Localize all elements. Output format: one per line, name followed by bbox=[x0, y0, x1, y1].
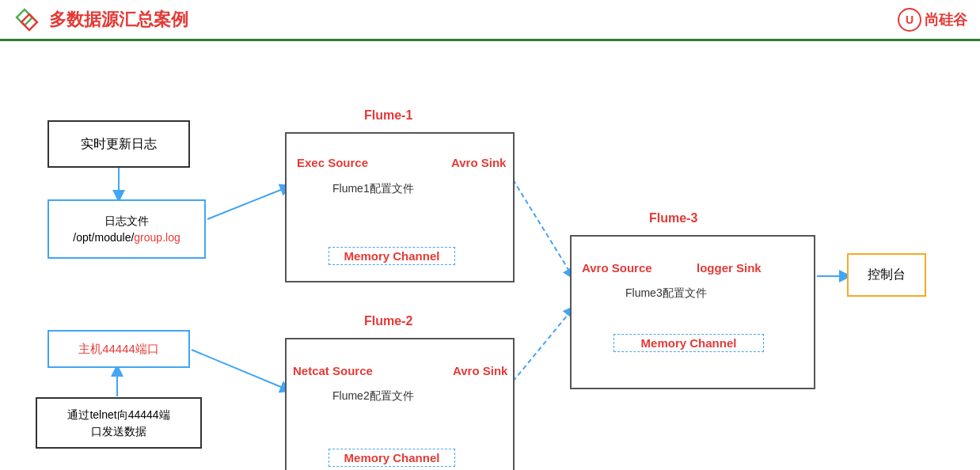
zhujiduan-label: 主机44444端口 bbox=[78, 342, 159, 357]
svg-line-5 bbox=[192, 350, 287, 389]
brand-name: 尚硅谷 bbox=[925, 10, 967, 29]
flume3-label: Flume-3 bbox=[649, 211, 697, 226]
flume2-sink: Avro Sink bbox=[453, 364, 507, 377]
flume1-sink: Avro Sink bbox=[451, 156, 506, 169]
rizhi-filename: group.log bbox=[134, 231, 180, 244]
node-rizhi: 日志文件 /opt/module/group.log bbox=[47, 199, 206, 259]
flume2-source: Netcat Source bbox=[293, 364, 373, 377]
diagram-area: 实时更新日志 日志文件 /opt/module/group.log 主机4444… bbox=[0, 41, 980, 470]
rizhi-line1: 日志文件 bbox=[104, 213, 149, 229]
brand-circle-icon: U bbox=[898, 8, 921, 32]
flume1-source: Exec Source bbox=[297, 156, 368, 169]
svg-line-7 bbox=[513, 310, 572, 381]
page-title: 多数据源汇总案例 bbox=[49, 8, 188, 32]
flume1-config: Flume1配置文件 bbox=[332, 182, 414, 196]
flume3-sink: logger Sink bbox=[697, 261, 762, 275]
header: 多数据源汇总案例 U 尚硅谷 bbox=[0, 0, 980, 41]
flume3-box bbox=[570, 235, 815, 389]
flume3-channel: Memory Channel bbox=[613, 334, 764, 352]
node-shishi: 实时更新日志 bbox=[47, 120, 190, 168]
brand-area: U 尚硅谷 bbox=[898, 8, 967, 32]
node-tongguo: 通过telnet向44444端 口发送数据 bbox=[36, 397, 202, 449]
flume2-channel: Memory Channel bbox=[329, 449, 455, 467]
flume1-label: Flume-1 bbox=[364, 108, 412, 123]
node-kongzhitai: 控制台 bbox=[847, 253, 926, 297]
svg-line-3 bbox=[207, 188, 287, 219]
flume3-source: Avro Source bbox=[582, 261, 652, 275]
flume3-config: Flume3配置文件 bbox=[625, 286, 707, 301]
tongguo-line1: 通过telnet向44444端 bbox=[67, 407, 169, 423]
kongzhitai-label: 控制台 bbox=[868, 267, 906, 283]
flume1-channel: Memory Channel bbox=[329, 247, 455, 265]
flume2-label: Flume-2 bbox=[364, 314, 412, 328]
svg-rect-1 bbox=[21, 14, 37, 30]
svg-rect-0 bbox=[17, 9, 32, 25]
rizhi-line2: /opt/module/group.log bbox=[73, 229, 180, 246]
header-left: 多数据源汇总案例 bbox=[13, 6, 188, 34]
svg-line-6 bbox=[513, 180, 572, 275]
tongguo-line2: 口发送数据 bbox=[91, 423, 146, 440]
flume2-config: Flume2配置文件 bbox=[332, 389, 414, 404]
logo-icon bbox=[13, 6, 41, 34]
node-zhujiduan: 主机44444端口 bbox=[47, 330, 190, 368]
rizhi-path-text: /opt/module/ bbox=[73, 231, 134, 244]
shishi-label: 实时更新日志 bbox=[81, 136, 157, 153]
